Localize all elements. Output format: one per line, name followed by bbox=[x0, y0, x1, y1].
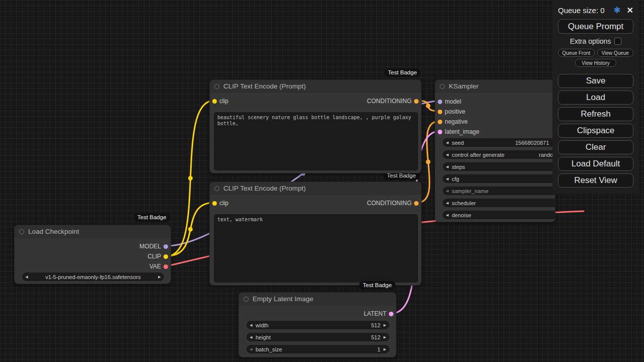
clip-input-dot[interactable] bbox=[212, 99, 217, 104]
node-title: KSampler bbox=[435, 80, 555, 93]
slot-label: LATENT bbox=[364, 310, 386, 317]
conditioning-output-dot[interactable] bbox=[414, 201, 419, 206]
increment-arrow-icon[interactable]: ▶ bbox=[380, 347, 389, 351]
decrement-arrow-icon[interactable]: ◀ bbox=[443, 165, 452, 169]
link-midpoint-dot[interactable] bbox=[426, 104, 431, 108]
prompt-textarea[interactable]: text, watermark bbox=[214, 214, 418, 283]
load-button[interactable]: Load bbox=[558, 90, 633, 105]
positive-input-dot[interactable] bbox=[438, 110, 442, 114]
widget-label: sampler_name bbox=[452, 188, 489, 194]
decrement-arrow-icon[interactable]: ◀ bbox=[443, 177, 452, 181]
ckpt-name-widget[interactable]: ◀ v1-5-pruned-emaonly-fp16.safetensors ▶ bbox=[22, 273, 164, 281]
sampler-name-widget[interactable]: ◀ sampler_name bbox=[443, 187, 555, 195]
slot-latent-image-input: latent_image bbox=[435, 128, 479, 136]
collapse-dot-icon[interactable] bbox=[440, 84, 445, 89]
queue-front-button[interactable]: Queue Front bbox=[558, 49, 595, 57]
node-title: Empty Latent Image bbox=[239, 293, 396, 306]
conditioning-output-dot[interactable] bbox=[414, 99, 419, 104]
control-after-generate-widget[interactable]: ◀ control after generate randomize ▶ bbox=[443, 150, 555, 159]
collapse-dot-icon[interactable] bbox=[214, 84, 219, 89]
view-queue-button[interactable]: View Queue bbox=[597, 49, 634, 57]
decrement-arrow-icon[interactable]: ◀ bbox=[247, 323, 256, 327]
model-input-dot[interactable] bbox=[438, 100, 442, 104]
seed-widget[interactable]: ◀ seed 15668020871 ▶ bbox=[443, 138, 555, 147]
negative-input-dot[interactable] bbox=[438, 120, 442, 124]
node-clip-text-encode-negative[interactable]: CLIP Text Encode (Prompt) clip CONDITION… bbox=[209, 182, 422, 286]
prev-arrow-icon[interactable]: ◀ bbox=[22, 275, 31, 279]
clip-output-dot[interactable] bbox=[164, 254, 168, 259]
slot-label: MODEL bbox=[139, 243, 161, 250]
slot-model-output: MODEL bbox=[139, 242, 171, 250]
cfg-widget[interactable]: ◀ cfg bbox=[443, 174, 555, 183]
increment-arrow-icon[interactable]: ▶ bbox=[380, 335, 389, 339]
decrement-arrow-icon[interactable]: ◀ bbox=[443, 141, 452, 145]
slot-label: clip bbox=[219, 200, 228, 207]
increment-arrow-icon[interactable]: ▶ bbox=[380, 323, 389, 327]
queue-prompt-button[interactable]: Queue Prompt bbox=[558, 19, 633, 34]
slot-model-input: model bbox=[435, 98, 461, 106]
decrement-arrow-icon[interactable]: ◀ bbox=[443, 201, 452, 205]
load-default-button[interactable]: Load Default bbox=[558, 157, 633, 171]
ckpt-name-value: v1-5-pruned-emaonly-fp16.safetensors bbox=[31, 274, 155, 280]
link-midpoint-dot[interactable] bbox=[426, 160, 431, 164]
link-midpoint-dot[interactable] bbox=[188, 227, 193, 232]
node-ksampler[interactable]: KSampler model positive negative latent_… bbox=[435, 79, 555, 222]
comfy-menu-panel: Queue size: 0 ✱ ✕ Queue Prompt Extra opt… bbox=[552, 0, 639, 194]
vae-output-dot[interactable] bbox=[164, 264, 168, 269]
slot-clip-input: clip bbox=[210, 199, 228, 207]
settings-gear-icon[interactable]: ✱ bbox=[613, 5, 620, 16]
collapse-dot-icon[interactable] bbox=[244, 297, 249, 302]
latent-input-dot[interactable] bbox=[438, 130, 442, 134]
width-widget[interactable]: ◀ width 512 ▶ bbox=[247, 321, 389, 329]
slot-clip-input: clip bbox=[210, 97, 228, 105]
link-midpoint-dot[interactable] bbox=[188, 176, 193, 180]
collapse-dot-icon[interactable] bbox=[214, 186, 219, 191]
close-icon[interactable]: ✕ bbox=[627, 6, 633, 15]
steps-widget[interactable]: ◀ steps bbox=[443, 162, 555, 171]
node-title: CLIP Text Encode (Prompt) bbox=[210, 182, 421, 195]
slot-conditioning-output: CONDITIONING bbox=[367, 97, 421, 105]
collapse-dot-icon[interactable] bbox=[19, 229, 24, 234]
decrement-arrow-icon[interactable]: ◀ bbox=[443, 189, 452, 193]
extra-options-checkbox[interactable] bbox=[614, 38, 621, 45]
node-empty-latent-image[interactable]: Empty Latent Image LATENT ◀ width 512 ▶ … bbox=[238, 292, 396, 357]
clipspace-button[interactable]: Clipspace bbox=[558, 124, 633, 138]
decrement-arrow-icon[interactable]: ◀ bbox=[443, 153, 452, 157]
clear-button[interactable]: Clear bbox=[558, 140, 633, 154]
node-load-checkpoint[interactable]: Load Checkpoint MODEL CLIP VAE ◀ v1-5-pr… bbox=[14, 225, 171, 284]
decrement-arrow-icon[interactable]: ◀ bbox=[443, 213, 452, 217]
slot-label: CONDITIONING bbox=[367, 200, 412, 207]
latent-output-dot[interactable] bbox=[389, 312, 393, 316]
batch-size-widget[interactable]: ◀ batch_size 1 ▶ bbox=[247, 345, 389, 353]
slot-negative-input: negative bbox=[435, 118, 467, 126]
slot-positive-input: positive bbox=[435, 108, 465, 116]
next-arrow-icon[interactable]: ▶ bbox=[155, 275, 164, 279]
clip-input-dot[interactable] bbox=[212, 201, 217, 206]
view-history-button[interactable]: View History bbox=[575, 59, 616, 67]
slot-label: model bbox=[445, 98, 461, 105]
scheduler-widget[interactable]: ◀ scheduler bbox=[443, 199, 555, 207]
prompt-textarea[interactable]: beautiful scenery nature glass bottle la… bbox=[214, 112, 418, 170]
slot-label: CONDITIONING bbox=[367, 98, 412, 105]
slot-clip-output: CLIP bbox=[147, 252, 171, 260]
reset-view-button[interactable]: Reset View bbox=[558, 173, 633, 188]
model-output-dot[interactable] bbox=[164, 244, 168, 249]
widget-value: 512 bbox=[371, 322, 380, 328]
widget-label: batch_size bbox=[256, 346, 282, 352]
node-clip-text-encode-positive[interactable]: CLIP Text Encode (Prompt) clip CONDITION… bbox=[209, 79, 422, 173]
widget-label: scheduler bbox=[452, 200, 476, 206]
decrement-arrow-icon[interactable]: ◀ bbox=[247, 335, 256, 339]
refresh-button[interactable]: Refresh bbox=[558, 107, 633, 121]
widget-label: steps bbox=[452, 164, 465, 170]
extra-options-label: Extra options bbox=[570, 37, 611, 45]
height-widget[interactable]: ◀ height 512 ▶ bbox=[247, 333, 389, 341]
decrement-arrow-icon[interactable]: ◀ bbox=[247, 347, 256, 351]
save-button[interactable]: Save bbox=[558, 74, 633, 88]
node-badge: Test Badge bbox=[384, 68, 421, 77]
widget-label: cfg bbox=[452, 176, 459, 182]
widget-value: 512 bbox=[371, 334, 380, 340]
node-badge: Test Badge bbox=[359, 281, 395, 290]
node-title: CLIP Text Encode (Prompt) bbox=[210, 80, 421, 93]
widget-label: denoise bbox=[452, 212, 471, 218]
denoise-widget[interactable]: ◀ denoise bbox=[443, 211, 555, 219]
